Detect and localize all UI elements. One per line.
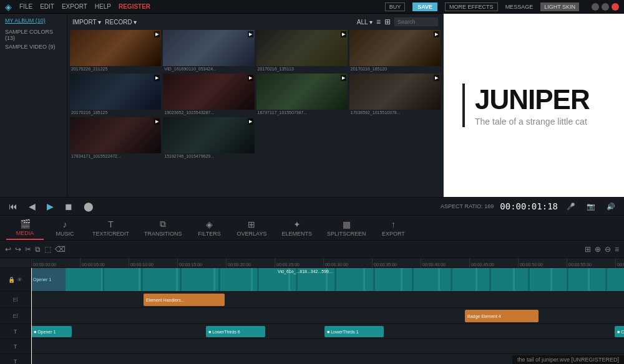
text-clip[interactable]: ■ Credits 4 xyxy=(615,326,624,337)
element-track-label-0: El xyxy=(0,292,31,307)
thumbnail-label-9: 15192746_1015479629... xyxy=(163,153,254,159)
import-button[interactable]: IMPORT ▾ xyxy=(72,19,101,26)
grid-view-icon[interactable]: ⊞ xyxy=(384,17,391,26)
zoom-in-icon[interactable]: ⊞ xyxy=(585,245,591,254)
text-clip[interactable]: ■ LowerThirds 1 xyxy=(324,326,384,337)
lock-icon[interactable]: 🔒 xyxy=(8,277,15,283)
search-input[interactable] xyxy=(394,17,438,26)
media-toolbar: IMPORT ▾ RECORD ▾ ALL ▾ ≡ ⊞ xyxy=(70,16,441,27)
more-effects-button[interactable]: MORE EFFECTS xyxy=(445,2,498,11)
menu-file[interactable]: FILE xyxy=(19,3,32,10)
aspect-ratio-label: ASPECT RATIO: 169 xyxy=(441,203,494,209)
copy-button[interactable]: ⧉ xyxy=(35,245,41,254)
thumbnail-item-5[interactable]: ▶19023652_1015543287... xyxy=(163,74,254,115)
sample-colors-item[interactable]: SAMPLE COLORS (13) xyxy=(0,27,67,42)
redo-button[interactable]: ↪ xyxy=(15,245,21,254)
preview-content: JUNIPER The tale of a strange little cat xyxy=(444,14,624,197)
camera-icon[interactable]: 📷 xyxy=(584,201,598,212)
video-track-row: 🔒👁Opener 1Vid_61o_...818...342...599... xyxy=(0,268,624,292)
menu-help[interactable]: HELP xyxy=(95,3,111,10)
tab-label-splitscreen: SPLITSCREEN xyxy=(327,231,366,237)
all-filter[interactable]: ALL ▾ xyxy=(357,19,373,26)
element-track-content-0[interactable]: Element Handlers... xyxy=(31,292,624,307)
thumbnail-item-2[interactable]: ▶20170216_135113 xyxy=(256,30,348,72)
thumbnail-item-4[interactable]: ▶20170216_185125 xyxy=(70,74,161,115)
message-button[interactable]: MESSAGE xyxy=(505,4,534,10)
tab-icon-export: ↑ xyxy=(391,219,396,229)
ruler-tick: 00:00:15:00 xyxy=(177,258,226,267)
delete-button[interactable]: ⌫ xyxy=(55,245,66,254)
thumbnail-item-3[interactable]: ▶20170216_185120 xyxy=(349,30,441,72)
transport-play[interactable]: ▶ xyxy=(44,200,56,213)
close-button[interactable] xyxy=(612,3,619,11)
ruler-content: 00:00:00:0000:00:05:0000:00:10:0000:00:1… xyxy=(31,258,624,267)
ruler-tick: 00:00:25:00 xyxy=(275,258,323,267)
left-panel: MY ALBUM (10) SAMPLE COLORS (13) SAMPLE … xyxy=(0,14,67,197)
record-button[interactable]: RECORD ▾ xyxy=(105,19,137,26)
menu-register[interactable]: REGISTER xyxy=(119,3,150,10)
eye-icon[interactable]: 👁 xyxy=(17,277,22,283)
ruler-tick: 00:00:35:00 xyxy=(372,258,421,267)
tab-text[interactable]: TTEXT/CREDIT xyxy=(86,217,135,239)
ruler-tick: 00:01:00:00 xyxy=(615,258,624,267)
sample-video-item[interactable]: SAMPLE VIDEO (9) xyxy=(0,42,67,51)
zoom-minus-button[interactable]: ⊖ xyxy=(605,245,611,254)
media-area: IMPORT ▾ RECORD ▾ ALL ▾ ≡ ⊞ ▶▶20170228_2… xyxy=(67,14,443,197)
thumbnail-item-8[interactable]: ▶17834171_1015522472... xyxy=(70,117,161,159)
mic-icon[interactable]: 🎤 xyxy=(564,201,578,212)
preview-main-title: JUNIPER xyxy=(475,84,590,115)
paste-button[interactable]: ⬚ xyxy=(44,245,51,254)
ruler-tick: 00:00:40:00 xyxy=(421,258,469,267)
timeline-controls: ↩ ↪ ✂ ⧉ ⬚ ⌫ ⊞ ⊕ ⊖ ≡ xyxy=(0,241,624,258)
transport-playhead[interactable]: ⬤ xyxy=(81,200,96,213)
zoom-plus-button[interactable]: ⊕ xyxy=(595,245,601,254)
tab-splitscreen[interactable]: ▦SPLITSCREEN xyxy=(321,217,373,239)
tab-label-transitions: TRANSITIONS xyxy=(144,231,182,237)
tab-icon-filters: ◈ xyxy=(206,219,213,229)
undo-button[interactable]: ↩ xyxy=(5,245,11,254)
transport-prev-frame[interactable]: ◀ xyxy=(26,200,38,213)
text-track-content-0[interactable]: ■ Opener 1■ LowerThirds 6■ LowerThirds 1… xyxy=(31,324,624,338)
element-clip[interactable]: Badge Element 4 xyxy=(465,310,539,322)
text-clip[interactable]: ■ Opener 1 xyxy=(31,326,72,337)
thumbnail-item-0[interactable]: ▶▶20170228_211225 xyxy=(70,30,161,72)
minimize-button[interactable] xyxy=(592,3,599,11)
topbar: ◈ FILE EDIT EXPORT HELP REGISTER BUY SAV… xyxy=(0,0,624,14)
tab-icon-overlays: ⊞ xyxy=(248,219,255,229)
tab-transitions[interactable]: ⧉TRANSITIONS xyxy=(138,216,188,239)
audio-icon[interactable]: 🔊 xyxy=(604,201,618,212)
transport-skip-back[interactable]: ⏮ xyxy=(6,200,20,213)
element-track-content-1[interactable]: Badge Element 4 xyxy=(31,308,624,323)
list-view-icon[interactable]: ≡ xyxy=(376,17,381,26)
text-clip[interactable]: ■ LowerThirds 6 xyxy=(206,326,265,337)
film-strip[interactable]: Vid_61o_...818...342...599... xyxy=(66,268,624,291)
thumbnail-item-1[interactable]: ▶VID_161690110_053424... xyxy=(163,30,254,72)
menu-edit[interactable]: EDIT xyxy=(40,3,54,10)
thumbnail-label-8: 17834171_1015522472... xyxy=(70,153,161,159)
maximize-button[interactable] xyxy=(602,3,609,11)
element-clip[interactable]: Element Handlers... xyxy=(144,294,225,306)
opener-clip[interactable]: Opener 1 xyxy=(31,268,66,291)
tab-media[interactable]: 🎬MEDIA xyxy=(6,216,44,240)
thumbnail-label-0: 20170228_211225 xyxy=(70,66,161,72)
album-title[interactable]: MY ALBUM (10) xyxy=(5,17,62,24)
text-track-content-1[interactable] xyxy=(31,339,624,353)
video-track-content[interactable]: Opener 1Vid_61o_...818...342...599... xyxy=(31,268,624,291)
thumbnail-item-9[interactable]: ▶15192746_1015479629... xyxy=(163,117,254,159)
tab-elements[interactable]: ✦ELEMENTS xyxy=(275,217,318,239)
buy-button[interactable]: BUY xyxy=(385,2,406,11)
menu-export[interactable]: EXPORT xyxy=(62,3,87,10)
timeline-more-button[interactable]: ≡ xyxy=(615,245,619,254)
tab-overlays[interactable]: ⊞OVERLAYS xyxy=(231,217,273,239)
tab-music[interactable]: ♪MUSIC xyxy=(46,217,84,239)
thumbnail-label-5: 19023652_1015543287... xyxy=(163,110,254,115)
status-bar: the tail of juniper.wve [UNREGISTERED] xyxy=(512,355,624,364)
tab-filters[interactable]: ◈FILTERS xyxy=(191,217,228,239)
tab-export[interactable]: ↑EXPORT xyxy=(374,217,412,239)
cut-button[interactable]: ✂ xyxy=(25,245,31,254)
thumbnail-item-6[interactable]: ▶16797117_1015507387... xyxy=(256,74,348,115)
transport-stop[interactable]: ◼ xyxy=(62,200,75,213)
save-button[interactable]: SAVE xyxy=(412,2,437,11)
light-skin-button[interactable]: LIGHT SKIN xyxy=(540,2,579,11)
thumbnail-item-7[interactable]: ▶17038592_1015510378... xyxy=(349,74,441,115)
